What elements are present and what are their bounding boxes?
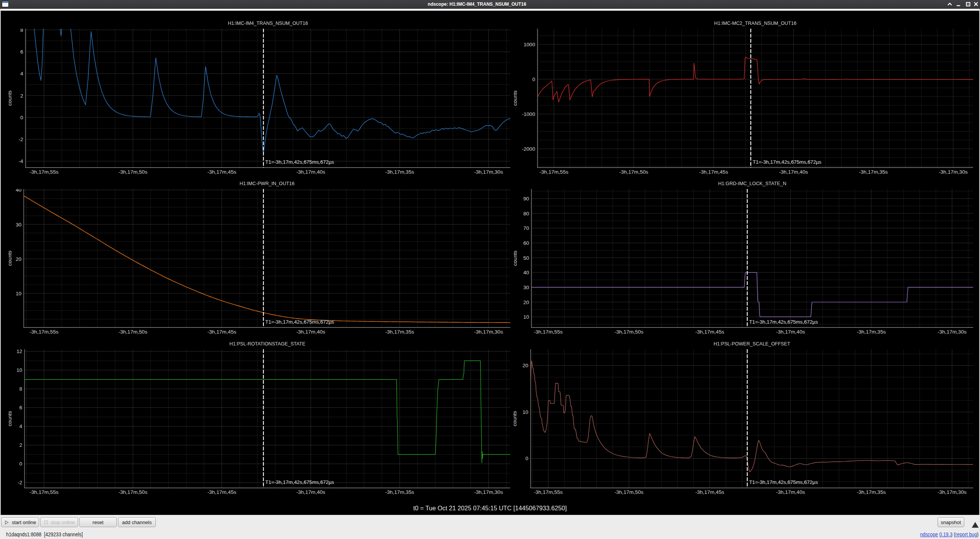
svg-text:-2000: -2000 xyxy=(522,146,535,152)
svg-text:H1:PSL-ROTATIONSTAGE_STATE: H1:PSL-ROTATIONSTAGE_STATE xyxy=(229,341,305,347)
svg-text:8: 8 xyxy=(19,386,22,392)
svg-text:-2: -2 xyxy=(18,137,23,142)
svg-text:-1000: -1000 xyxy=(522,111,535,117)
svg-text:-4: -4 xyxy=(18,158,23,164)
svg-text:30: 30 xyxy=(16,222,22,228)
svg-text:10: 10 xyxy=(523,409,529,415)
svg-text:40: 40 xyxy=(16,187,22,193)
svg-text:counts: counts xyxy=(7,411,13,426)
svg-text:H1:GRD-IMC_LOCK_STATE_N: H1:GRD-IMC_LOCK_STATE_N xyxy=(718,181,786,186)
svg-text:4: 4 xyxy=(19,423,22,429)
svg-text:-3h,17m,50s: -3h,17m,50s xyxy=(614,329,644,335)
svg-text:-3h,17m,55s: -3h,17m,55s xyxy=(539,169,568,175)
svg-text:-2: -2 xyxy=(18,480,22,485)
svg-text:-3h,17m,30s: -3h,17m,30s xyxy=(474,169,503,175)
svg-text:-3h,17m,45s: -3h,17m,45s xyxy=(207,489,237,495)
svg-text:6: 6 xyxy=(19,405,22,410)
svg-text:-3h,17m,55s: -3h,17m,55s xyxy=(534,489,563,495)
svg-text:50: 50 xyxy=(523,255,529,261)
svg-text:T1=-3h,17m,42s,675ms,672µs: T1=-3h,17m,42s,675ms,672µs xyxy=(265,159,334,165)
svg-text:10: 10 xyxy=(16,367,23,373)
svg-text:-3h,17m,55s: -3h,17m,55s xyxy=(534,329,563,335)
svg-text:20: 20 xyxy=(16,256,22,262)
svg-text:-3h,17m,45s: -3h,17m,45s xyxy=(207,329,237,335)
svg-text:-3h,17m,40s: -3h,17m,40s xyxy=(296,169,325,175)
svg-text:-3h,17m,30s: -3h,17m,30s xyxy=(938,489,967,495)
svg-text:20: 20 xyxy=(523,363,529,368)
svg-text:counts: counts xyxy=(7,251,13,266)
svg-text:4: 4 xyxy=(20,71,23,77)
svg-text:10: 10 xyxy=(523,314,529,320)
svg-text:-3h,17m,45s: -3h,17m,45s xyxy=(695,489,724,495)
svg-text:2: 2 xyxy=(19,442,22,448)
svg-text:-3h,17m,45s: -3h,17m,45s xyxy=(695,329,724,335)
svg-text:-3h,17m,40s: -3h,17m,40s xyxy=(296,329,325,335)
svg-text:H1:IMC-PWR_IN_OUT16: H1:IMC-PWR_IN_OUT16 xyxy=(240,181,294,186)
svg-text:counts: counts xyxy=(512,90,518,106)
svg-text:-3h,17m,40s: -3h,17m,40s xyxy=(779,169,808,175)
svg-text:-3h,17m,30s: -3h,17m,30s xyxy=(474,329,503,335)
svg-text:6: 6 xyxy=(20,49,23,55)
svg-text:90: 90 xyxy=(523,196,529,202)
svg-text:40: 40 xyxy=(523,270,529,275)
svg-text:-3h,17m,50s: -3h,17m,50s xyxy=(619,169,648,175)
svg-text:-3h,17m,45s: -3h,17m,45s xyxy=(699,169,728,175)
svg-text:8: 8 xyxy=(20,27,23,33)
svg-text:-3h,17m,55s: -3h,17m,55s xyxy=(29,489,59,495)
svg-text:T1=-3h,17m,42s,675ms,672µs: T1=-3h,17m,42s,675ms,672µs xyxy=(265,479,334,485)
svg-text:counts: counts xyxy=(7,90,13,106)
svg-text:30: 30 xyxy=(523,285,529,290)
svg-text:70: 70 xyxy=(523,225,529,231)
svg-text:T1=-3h,17m,42s,675ms,672µs: T1=-3h,17m,42s,675ms,672µs xyxy=(749,319,818,325)
svg-text:-3h,17m,35s: -3h,17m,35s xyxy=(857,489,886,495)
svg-text:H1:PSL-POWER_SCALE_OFFSET: H1:PSL-POWER_SCALE_OFFSET xyxy=(714,341,790,347)
svg-text:0: 0 xyxy=(532,77,535,82)
svg-text:-3h,17m,55s: -3h,17m,55s xyxy=(29,329,59,335)
svg-text:0: 0 xyxy=(20,115,23,121)
svg-text:T1=-3h,17m,42s,675ms,672µs: T1=-3h,17m,42s,675ms,672µs xyxy=(749,479,818,485)
svg-text:12: 12 xyxy=(16,348,22,354)
svg-text:counts: counts xyxy=(512,411,518,426)
svg-text:-3h,17m,30s: -3h,17m,30s xyxy=(939,169,968,175)
svg-text:20: 20 xyxy=(523,300,529,305)
svg-text:-3h,17m,40s: -3h,17m,40s xyxy=(776,329,805,335)
svg-text:-3h,17m,55s: -3h,17m,55s xyxy=(29,169,59,175)
svg-text:-3h,17m,40s: -3h,17m,40s xyxy=(776,489,805,495)
svg-text:0: 0 xyxy=(525,456,528,461)
svg-text:-3h,17m,40s: -3h,17m,40s xyxy=(296,489,325,495)
svg-text:-3h,17m,50s: -3h,17m,50s xyxy=(614,489,644,495)
svg-text:counts: counts xyxy=(512,251,518,266)
svg-text:80: 80 xyxy=(523,211,529,217)
svg-text:-3h,17m,45s: -3h,17m,45s xyxy=(207,169,237,175)
svg-text:-3h,17m,50s: -3h,17m,50s xyxy=(118,169,147,175)
svg-text:-3h,17m,35s: -3h,17m,35s xyxy=(385,329,414,335)
svg-text:1000: 1000 xyxy=(524,42,536,47)
svg-text:-3h,17m,30s: -3h,17m,30s xyxy=(474,489,503,495)
svg-text:-3h,17m,35s: -3h,17m,35s xyxy=(385,169,414,175)
svg-text:t0 = Tue Oct 21 2025 07:45:15: t0 = Tue Oct 21 2025 07:45:15 UTC [14450… xyxy=(413,505,567,511)
svg-text:-3h,17m,50s: -3h,17m,50s xyxy=(118,329,147,335)
svg-text:0: 0 xyxy=(19,461,22,467)
svg-text:60: 60 xyxy=(523,240,529,246)
svg-text:T1=-3h,17m,42s,675ms,672µs: T1=-3h,17m,42s,675ms,672µs xyxy=(265,319,334,325)
svg-text:T1=-3h,17m,42s,675ms,672µs: T1=-3h,17m,42s,675ms,672µs xyxy=(753,159,822,165)
svg-text:H1:IMC-MC2_TRANS_NSUM_OUT16: H1:IMC-MC2_TRANS_NSUM_OUT16 xyxy=(714,21,797,26)
svg-text:2: 2 xyxy=(20,93,23,99)
svg-text:-3h,17m,35s: -3h,17m,35s xyxy=(857,329,886,335)
svg-text:-3h,17m,30s: -3h,17m,30s xyxy=(938,329,967,335)
svg-text:H1:IMC-IM4_TRANS_NSUM_OUT16: H1:IMC-IM4_TRANS_NSUM_OUT16 xyxy=(228,21,308,26)
svg-text:-3h,17m,35s: -3h,17m,35s xyxy=(385,489,414,495)
svg-text:-3h,17m,50s: -3h,17m,50s xyxy=(118,489,147,495)
svg-text:10: 10 xyxy=(16,291,22,296)
svg-text:-3h,17m,35s: -3h,17m,35s xyxy=(859,169,888,175)
